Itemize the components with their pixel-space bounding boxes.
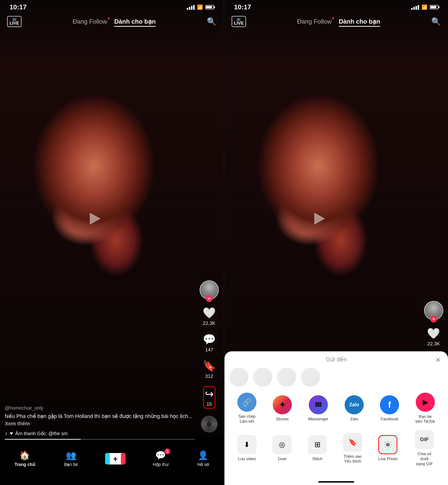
friends-label: Bạn bè (64, 462, 78, 467)
close-button[interactable]: ✕ (435, 356, 441, 364)
play-button-right[interactable] (309, 209, 328, 228)
music-tag[interactable]: @the sm (48, 431, 68, 436)
copy-link-icon: 🔗 (237, 393, 256, 412)
stories-label: Stories (276, 417, 289, 422)
svg-line-7 (390, 446, 391, 447)
music-row: ♪ ♥ Âm thanh Gốc @the sm (5, 430, 195, 437)
video-background[interactable] (0, 0, 224, 437)
like-action[interactable]: 🤍 22,3K (203, 307, 216, 326)
play-button[interactable] (84, 209, 104, 228)
share-count: 15 (207, 401, 212, 407)
share-app-stories[interactable]: ✦ Stories (273, 395, 292, 422)
top-nav-right: 📺 LIVE Đang Follow Dành cho bạn 🔍 (224, 13, 448, 30)
right-sidebar: + 🤍 22,3K 💬 147 🔖 312 ↪ 15 (200, 281, 219, 432)
action-live-photo[interactable]: Live Photo (378, 435, 397, 461)
like-action-right[interactable]: 🤍 22,3K (427, 327, 440, 347)
music-disc[interactable] (201, 416, 217, 432)
svg-point-1 (387, 444, 389, 445)
friend-avatar-2[interactable] (253, 368, 272, 387)
follow-button[interactable]: + (206, 295, 213, 302)
following-dot (108, 17, 110, 19)
bottom-nav: 🏠 Trang chủ 👥 Bạn bè + 💬 Hộp thư 1 👤 Hồ … (0, 440, 224, 485)
avatar-wrap[interactable]: + (200, 281, 219, 299)
add-plus-icon: + (113, 454, 118, 463)
caption-text: Nếu Pha chế bạn gặp là Tom Holland thì b… (5, 413, 195, 428)
music-name[interactable]: Âm thanh Gốc (15, 430, 46, 436)
share-app-facebook[interactable]: f Facebook (380, 395, 399, 422)
username[interactable]: @homechue_only (5, 405, 195, 411)
tab-for-you[interactable]: Dành cho bạn (114, 18, 156, 25)
action-stitch[interactable]: ⊞ Stitch (308, 435, 327, 461)
nav-profile[interactable]: 👤 Hồ sơ (197, 450, 209, 467)
share-app-copy-link[interactable]: 🔗 Sao chépLiên kết (237, 393, 256, 424)
share-panel: Gửi đến ✕ 🔗 Sao chépLiên kết (224, 351, 448, 485)
share-icon: ↪ (205, 388, 214, 400)
action-gif[interactable]: GIF Chia sẻ dướidạng GIF (414, 430, 435, 466)
friend-avatar-circle-4 (301, 368, 320, 387)
following-dot-right (332, 17, 334, 19)
follow-button-right[interactable]: + (430, 316, 437, 322)
top-nav: 📺 LIVE Đang Follow Dành cho bạn 🔍 (0, 13, 224, 30)
avatar-wrap-right[interactable]: + (424, 301, 443, 320)
tab-for-you-right[interactable]: Dành cho bạn (339, 18, 380, 25)
action-duet[interactable]: ◎ Duet (272, 435, 292, 461)
left-phone: 10:17 📶 📺 LIVE Đang Follow (0, 0, 224, 485)
friend-avatar-3[interactable] (277, 368, 296, 387)
live-label-right: LIVE (234, 21, 244, 26)
search-button[interactable]: 🔍 (207, 17, 216, 26)
comment-action[interactable]: 💬 147 (203, 333, 216, 352)
favorite-label: Thêm vàoYêu thích (344, 454, 362, 464)
right-phone: 10:17 📶 📺 LIVE Đang Follow (224, 0, 448, 485)
share-apps-row: 🔗 Sao chépLiên kết ✦ Stories ✉ Messenger… (224, 389, 448, 428)
nav-tabs-right: Đang Follow Dành cho bạn (297, 18, 380, 25)
live-badge-right[interactable]: 📺 LIVE (232, 16, 246, 27)
status-time-right: 10:17 (234, 3, 251, 11)
share-panel-title: Gửi đến (326, 356, 346, 363)
copy-link-label: Sao chépLiên kết (238, 414, 256, 424)
live-photo-icon (378, 435, 397, 454)
svg-line-8 (390, 442, 391, 443)
share-app-messenger[interactable]: ✉ Messenger (308, 395, 328, 422)
comment-icon: 💬 (203, 333, 216, 346)
friends-icon: 👥 (66, 450, 76, 461)
nav-friends[interactable]: 👥 Bạn bè (64, 450, 78, 467)
messenger-label: Messenger (308, 417, 328, 422)
home-label: Trang chủ (15, 462, 35, 467)
facebook-icon: f (380, 395, 399, 414)
inbox-label: Hộp thư (153, 462, 168, 467)
stitch-icon: ⊞ (308, 435, 327, 454)
video-face (0, 0, 224, 437)
nav-add[interactable]: + (107, 453, 124, 464)
bookmark-icon: 🔖 (203, 360, 216, 372)
see-more-button[interactable]: Xem thêm (5, 421, 30, 427)
signal-icon-right (411, 5, 419, 10)
home-indicator-right (318, 481, 354, 483)
stitch-label: Stitch (312, 457, 323, 461)
status-time: 10:17 (9, 3, 27, 11)
music-heart-icon: ♥ (10, 430, 13, 437)
action-save-video[interactable]: ⬇ Lưu video (237, 435, 256, 461)
tab-following[interactable]: Đang Follow (72, 18, 107, 25)
share-app-zalo[interactable]: Zalo Zalo (344, 395, 364, 422)
bookmark-action[interactable]: 🔖 312 (203, 360, 216, 379)
share-app-tiktok-friends[interactable]: ▶ Bạn bètrên TikTok (416, 393, 435, 424)
friend-avatar-4[interactable] (301, 368, 320, 387)
share-action[interactable]: ↪ 15 (203, 386, 216, 409)
gif-icon: GIF (415, 430, 434, 449)
live-badge[interactable]: 📺 LIVE (7, 16, 22, 27)
inbox-badge: 1 (165, 448, 170, 454)
messenger-icon: ✉ (309, 395, 328, 414)
friend-avatar-circle-1 (229, 368, 248, 387)
search-button-right[interactable]: 🔍 (431, 17, 441, 26)
save-video-icon: ⬇ (237, 435, 256, 454)
add-post-button[interactable]: + (107, 453, 124, 464)
tv-icon-right: 📺 (237, 17, 241, 21)
tab-following-right[interactable]: Đang Follow (297, 18, 332, 25)
live-label: LIVE (9, 21, 19, 26)
nav-inbox[interactable]: 💬 Hộp thư 1 (153, 450, 168, 467)
action-favorite[interactable]: 🔖 Thêm vàoYêu thích (343, 433, 362, 464)
nav-home[interactable]: 🏠 Trang chủ (15, 450, 35, 467)
friend-avatar-1[interactable] (229, 368, 248, 387)
status-icons-right: 📶 (411, 4, 439, 10)
home-indicator (94, 481, 130, 483)
